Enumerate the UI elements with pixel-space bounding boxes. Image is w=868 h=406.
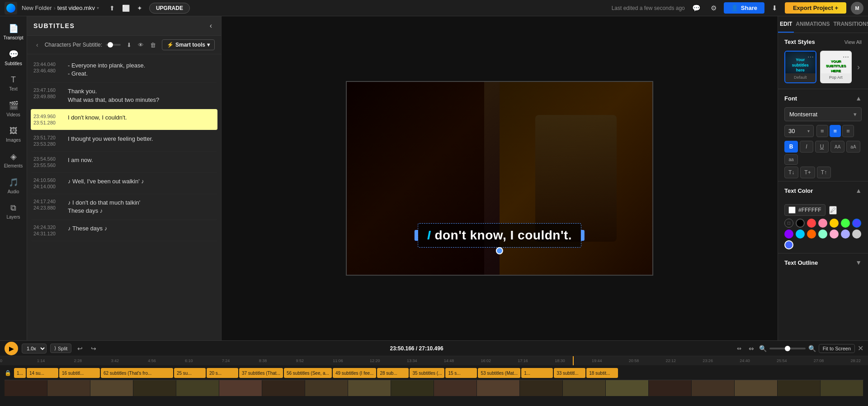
- color-option[interactable]: [852, 229, 861, 239]
- chars-slider[interactable]: [106, 44, 121, 46]
- sidebar-item-images[interactable]: 🖼 Images: [2, 123, 25, 146]
- font-size-aa-button[interactable]: AA: [830, 141, 844, 153]
- sidebar-item-text[interactable]: T Text: [2, 72, 25, 95]
- track-segment[interactable]: 18 subtit...: [586, 368, 618, 378]
- chars-nav-back-button[interactable]: ‹: [33, 40, 41, 49]
- screen-icon[interactable]: ⬜: [120, 3, 132, 13]
- font-family-select[interactable]: Montserrat: [789, 111, 854, 118]
- sidebar-item-transcript[interactable]: 📄 Transcript: [2, 20, 25, 44]
- project-filename[interactable]: test video.mkv: [57, 5, 95, 11]
- color-option[interactable]: [796, 229, 805, 239]
- style-card-more-icon[interactable]: ⋯: [807, 53, 814, 61]
- track-segment[interactable]: 14 su...: [27, 368, 58, 378]
- download-subtitles-button[interactable]: ⬇: [124, 40, 134, 50]
- track-segment[interactable]: 25 su...: [174, 368, 206, 378]
- track-segment[interactable]: 1...: [521, 368, 553, 378]
- color-option[interactable]: [830, 229, 839, 239]
- timeline-cursor[interactable]: [573, 356, 574, 365]
- user-avatar[interactable]: M: [851, 2, 863, 14]
- sidebar-item-layers[interactable]: ⧉ Layers: [2, 200, 25, 223]
- track-segment[interactable]: 37 subtitles (That...: [239, 368, 283, 378]
- styles-next-button[interactable]: ›: [855, 61, 862, 74]
- style-card-popart-more-icon[interactable]: ⋯: [843, 53, 849, 61]
- subtitle-list-item[interactable]: 23:47.16023:49.880Thank you. What was th…: [31, 83, 217, 109]
- settings-icon[interactable]: ⚙: [708, 3, 719, 14]
- align-left-button[interactable]: ≡: [816, 125, 828, 137]
- subtitle-drag-handle[interactable]: [496, 247, 503, 254]
- zoom-in-button[interactable]: 🔍: [808, 345, 816, 352]
- italic-button[interactable]: I: [800, 141, 813, 153]
- tab-edit[interactable]: EDIT: [778, 16, 794, 33]
- chars-slider-thumb[interactable]: [108, 42, 113, 48]
- tab-transitions[interactable]: TRANSITIONS: [831, 16, 868, 33]
- undo-button[interactable]: ↩: [75, 344, 85, 353]
- color-hex-input[interactable]: #FFFFFF: [784, 204, 826, 216]
- project-folder-name[interactable]: New Folder: [22, 5, 52, 11]
- redo-button[interactable]: ↪: [89, 344, 99, 353]
- smart-tools-button[interactable]: ⚡ Smart tools ▾: [162, 39, 215, 50]
- style-card-default[interactable]: ⋯ Yoursubtitleshere Default: [784, 51, 816, 83]
- sidebar-item-audio[interactable]: 🎵 Audio: [2, 174, 25, 198]
- export-button[interactable]: Export Project +: [785, 2, 846, 14]
- zoom-thumb[interactable]: [785, 346, 790, 351]
- color-option[interactable]: [841, 219, 850, 228]
- track-segment[interactable]: 62 subtitles (That's fro...: [101, 368, 173, 378]
- sidebar-item-subtitles[interactable]: 💬 Subtitles: [2, 46, 25, 70]
- delete-subtitle-button[interactable]: 🗑: [148, 40, 158, 50]
- share-button[interactable]: 👤 Share: [724, 2, 764, 14]
- split-button[interactable]: ⟩ Split: [50, 344, 71, 353]
- color-option[interactable]: [796, 219, 805, 228]
- text-middle-button[interactable]: T+: [800, 167, 815, 178]
- align-right-button[interactable]: ≡: [842, 125, 854, 137]
- fit-screen-button[interactable]: Fit to Screen: [819, 344, 855, 353]
- subtitle-list-item[interactable]: 23:51.72023:53.280I thought you were fee…: [31, 130, 217, 152]
- comment-icon[interactable]: 💬: [689, 3, 703, 14]
- subtitle-list-item[interactable]: 24:10.56024:14.000♪ Well, I've been out …: [31, 173, 217, 194]
- upgrade-button[interactable]: UPGRADE: [149, 3, 190, 14]
- track-lock-button[interactable]: 🔒: [5, 370, 11, 376]
- text-down-button[interactable]: T↓: [784, 167, 798, 178]
- split-icon2[interactable]: ⇔: [735, 344, 744, 353]
- zoom-out-button[interactable]: 🔍: [759, 345, 767, 352]
- font-family-select-wrap[interactable]: Montserrat ▾: [784, 107, 862, 121]
- track-segment[interactable]: 16 subtitl...: [59, 368, 100, 378]
- color-option[interactable]: [807, 219, 816, 228]
- text-color-toggle[interactable]: ▲: [855, 187, 862, 194]
- color-option[interactable]: [841, 229, 850, 239]
- align-center-button[interactable]: ≡: [830, 125, 841, 137]
- font-section-toggle[interactable]: ▲: [855, 95, 862, 102]
- track-segment[interactable]: 1...: [14, 368, 26, 378]
- track-segment[interactable]: 53 subtitles (Mat...: [478, 368, 520, 378]
- download-icon[interactable]: ⬇: [769, 3, 780, 14]
- track-segment[interactable]: 56 subtitles (See, a...: [284, 368, 332, 378]
- color-option[interactable]: [852, 219, 861, 228]
- subtitle-list-item[interactable]: 23:49.96023:51.280I don't know, I couldn…: [31, 109, 217, 130]
- track-segment[interactable]: 20 s...: [207, 368, 238, 378]
- color-picker-button[interactable]: 🖊: [829, 206, 837, 215]
- font-size-aA-button[interactable]: aA: [846, 141, 860, 153]
- color-option[interactable]: [818, 229, 827, 239]
- color-option[interactable]: □: [784, 219, 793, 228]
- text-up-button[interactable]: T↑: [817, 167, 831, 178]
- track-segment[interactable]: 28 sub...: [377, 368, 409, 378]
- video-subtitle-box[interactable]: I don't know, I couldn't.: [418, 223, 581, 248]
- view-all-link[interactable]: View All: [844, 39, 862, 45]
- upload-icon[interactable]: ⬆: [107, 3, 117, 13]
- bold-button[interactable]: B: [784, 141, 798, 153]
- color-option[interactable]: [784, 229, 793, 239]
- text-outline-toggle[interactable]: ▼: [855, 259, 862, 266]
- subtitle-resize-left-handle[interactable]: [415, 230, 418, 241]
- font-size-aa2-button[interactable]: aa: [784, 154, 798, 165]
- subtitle-list-item[interactable]: 24:24.32024:31.120♪ These days ♪: [31, 220, 217, 241]
- track-segment[interactable]: 15 s...: [445, 368, 477, 378]
- fit-button[interactable]: ⇔: [746, 344, 756, 353]
- color-option[interactable]: [830, 219, 839, 228]
- subtitle-list-item[interactable]: 24:17.24024:23.880♪ I don't do that much…: [31, 194, 217, 220]
- sidebar-item-videos[interactable]: 🎬 Videos: [2, 97, 25, 121]
- zoom-slider[interactable]: [769, 348, 806, 349]
- close-timeline-button[interactable]: ✕: [858, 344, 863, 353]
- underline-button[interactable]: U: [815, 141, 829, 153]
- tab-animations[interactable]: ANIMATIONS: [794, 16, 831, 33]
- style-card-popart[interactable]: ⋯ YOURSUBTITLESHERE Pop Art: [820, 51, 852, 83]
- collapse-panel-button[interactable]: ‹: [207, 21, 215, 31]
